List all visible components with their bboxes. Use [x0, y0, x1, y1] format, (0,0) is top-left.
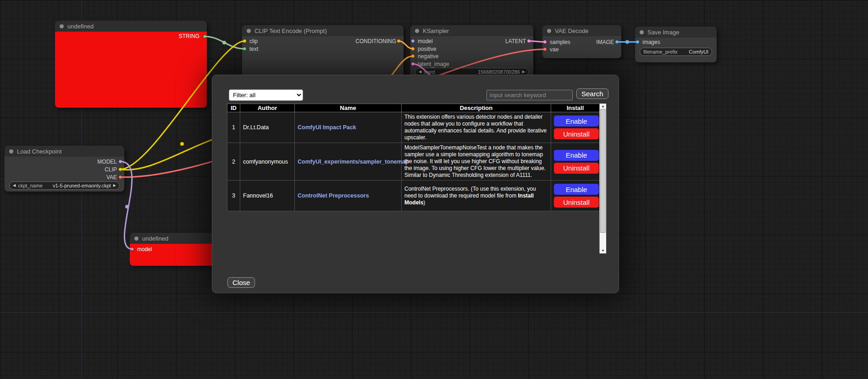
output-pin-clip[interactable] — [118, 167, 122, 171]
ext-id: 2 — [227, 143, 240, 181]
collapse-dot-icon[interactable] — [247, 29, 251, 33]
input-pin-model[interactable] — [130, 247, 134, 251]
node-undefined-model[interactable]: undefined model — [130, 233, 215, 266]
widget-label: filename_prefix — [643, 49, 678, 55]
node-title: CLIP Text Encode (Prompt) — [254, 27, 327, 34]
output-pin-latent[interactable] — [527, 39, 531, 43]
widget-label: seed — [424, 69, 435, 75]
output-slot-vae: VAE — [106, 174, 117, 181]
header-name: Name — [295, 104, 402, 112]
node-title-bar[interactable]: Save Image — [635, 27, 717, 38]
collapse-dot-icon[interactable] — [9, 149, 13, 154]
extension-table: ID Author Name Description Install 1 Dr.… — [227, 104, 600, 211]
table-row: 1 Dr.Lt.Data ComfyUI Impact Pack This ex… — [227, 112, 600, 143]
input-pin-negative[interactable] — [411, 54, 415, 58]
node-title: undefined — [142, 235, 168, 242]
next-option-icon[interactable]: ▶ — [113, 181, 116, 190]
header-description: Description — [402, 104, 551, 112]
widget-value: v1-5-pruned-emaonly.ckpt — [53, 183, 111, 188]
node-title-bar[interactable]: Load Checkpoint — [5, 146, 124, 157]
manager-dialog: Filter: all Search ID Author Name Descri… — [212, 75, 619, 293]
input-pin-latent-image[interactable] — [411, 62, 415, 66]
header-author: Author — [240, 104, 295, 112]
input-pin-model[interactable] — [411, 39, 415, 43]
description-text: ControlNet Preprocessors. (To use this e… — [404, 186, 536, 199]
input-slot-clip: clip — [249, 38, 258, 44]
enable-button[interactable]: Enable — [554, 184, 599, 195]
collapse-dot-icon[interactable] — [134, 236, 138, 241]
table-header-row: ID Author Name Description Install — [227, 104, 600, 112]
search-button[interactable]: Search — [576, 88, 608, 99]
node-title-bar[interactable]: VAE Decode — [542, 25, 621, 36]
input-slot-samples: samples — [550, 39, 570, 45]
uninstall-button[interactable]: Uninstall — [554, 197, 599, 208]
node-title-bar[interactable]: undefined — [130, 233, 215, 244]
node-save-image[interactable]: Save Image images filename_prefix ComfyU… — [635, 27, 717, 62]
node-title-bar[interactable]: undefined — [55, 21, 207, 32]
output-pin-string[interactable] — [203, 34, 207, 38]
node-title: undefined — [67, 23, 94, 30]
wire-dot-image — [625, 40, 629, 44]
node-title-bar[interactable]: KSampler — [410, 25, 533, 36]
prev-option-icon[interactable]: ◀ — [13, 181, 16, 190]
wire-dot-string — [222, 41, 226, 44]
input-pin-images[interactable] — [636, 40, 640, 44]
ext-description: This extension offers various detector n… — [402, 112, 551, 143]
uninstall-button[interactable]: Uninstall — [554, 128, 599, 139]
input-pin-positive[interactable] — [411, 47, 415, 51]
collapse-dot-icon[interactable] — [547, 29, 551, 33]
output-slot-string: STRING — [179, 33, 199, 39]
input-pin-clip[interactable] — [243, 39, 247, 43]
input-slot-text: text — [249, 46, 258, 52]
input-slot-model: model — [418, 38, 433, 44]
wire-dot-clip — [180, 142, 184, 146]
filter-select[interactable]: Filter: all — [229, 89, 303, 101]
input-slot-positive: positive — [418, 46, 437, 52]
widget-value: ComfyUI — [689, 49, 708, 55]
ext-name-link[interactable]: ControlNet Preprocessors — [298, 192, 369, 199]
node-vae-decode[interactable]: VAE Decode samples vae IMAGE — [542, 25, 621, 58]
output-pin-model[interactable] — [118, 159, 122, 164]
widget-value: 156680208700286 — [478, 69, 520, 75]
header-install: Install — [551, 104, 600, 112]
uninstall-button[interactable]: Uninstall — [554, 163, 599, 174]
header-id: ID — [227, 104, 240, 112]
scroll-up-icon[interactable]: ▲ — [600, 104, 606, 109]
table-row: 2 comfyanonymous ComfyUI_experiments/sam… — [227, 143, 600, 181]
scrollbar-thumb[interactable] — [600, 109, 606, 233]
input-slot-negative: negative — [418, 53, 438, 60]
collapse-dot-icon[interactable] — [415, 29, 419, 33]
close-button[interactable]: Close — [227, 277, 255, 288]
scroll-down-icon[interactable]: ▼ — [600, 248, 606, 253]
node-ksampler[interactable]: KSampler model positive negative latent_… — [410, 25, 533, 80]
search-input[interactable] — [487, 90, 573, 100]
output-pin-vae[interactable] — [118, 175, 122, 179]
input-pin-vae[interactable] — [543, 47, 547, 51]
node-title: Load Checkpoint — [17, 148, 62, 155]
output-pin-image[interactable] — [615, 40, 619, 44]
table-scrollbar[interactable]: ▲ ▼ — [599, 104, 606, 253]
output-pin-conditioning[interactable] — [397, 39, 401, 43]
table-row: 3 Fannovel16 ControlNet Preprocessors Co… — [227, 181, 600, 211]
description-text: ) — [423, 199, 425, 206]
ext-name-link[interactable]: ComfyUI_experiments/sampler_tonemap — [298, 159, 409, 165]
collapse-dot-icon[interactable] — [60, 24, 64, 28]
node-title-bar[interactable]: CLIP Text Encode (Prompt) — [242, 25, 404, 36]
enable-button[interactable]: Enable — [554, 150, 599, 161]
node-title: VAE Decode — [555, 27, 588, 34]
input-slot-images: images — [642, 39, 660, 45]
ext-install-cell: Enable Uninstall — [551, 181, 600, 211]
node-undefined-string[interactable]: undefined STRING — [55, 21, 207, 108]
ext-install-cell: Enable Uninstall — [551, 143, 600, 181]
node-clip-text-encode[interactable]: CLIP Text Encode (Prompt) clip text COND… — [242, 25, 404, 77]
ext-name-link[interactable]: ComfyUI Impact Pack — [298, 124, 356, 131]
input-pin-samples[interactable] — [543, 40, 547, 44]
node-load-checkpoint[interactable]: Load Checkpoint MODEL CLIP VAE ◀ ckpt_na… — [5, 146, 124, 192]
collapse-dot-icon[interactable] — [640, 30, 644, 34]
node-body-error — [55, 32, 207, 108]
input-pin-text[interactable] — [243, 47, 247, 51]
filename-prefix-widget[interactable]: filename_prefix ComfyUI — [640, 48, 712, 56]
node-canvas[interactable]: undefined STRING CLIP Text Encode (Promp… — [0, 0, 868, 379]
ckpt-name-widget[interactable]: ◀ ckpt_name v1-5-pruned-emaonly.ckpt ▶ — [9, 181, 120, 190]
enable-button[interactable]: Enable — [554, 115, 599, 126]
